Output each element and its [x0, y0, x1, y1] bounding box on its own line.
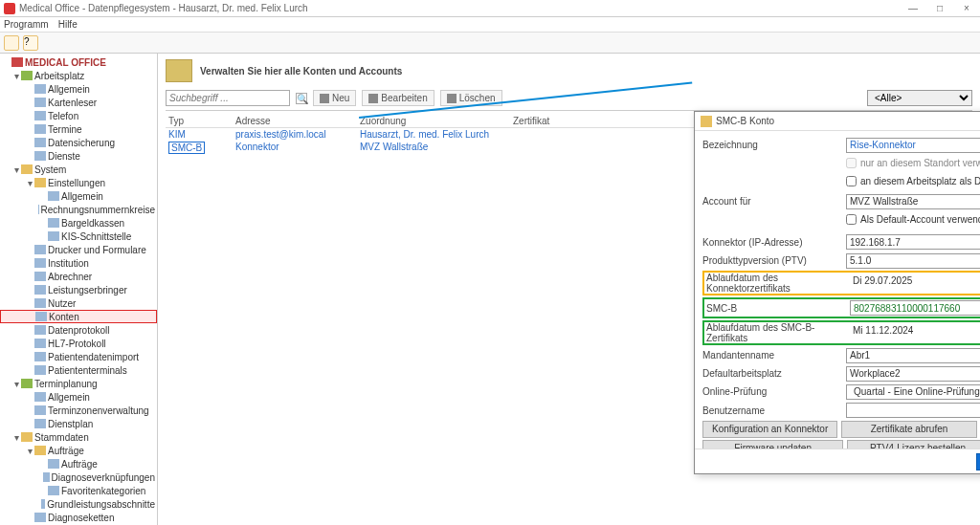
- label-smcb: SMC-B: [706, 303, 850, 314]
- menu-hilfe[interactable]: Hilfe: [58, 19, 78, 30]
- tree-item[interactable]: Drucker und Formulare: [0, 243, 157, 256]
- tree-item[interactable]: Dienste: [0, 149, 157, 163]
- toolbar-btn-1[interactable]: [4, 35, 19, 51]
- app-icon: [4, 3, 15, 14]
- tree-item[interactable]: Rechnungsnummernkreise: [0, 203, 157, 216]
- col-adresse[interactable]: Adresse: [233, 115, 357, 127]
- value-cert-smcb: Mi 11.12.2024: [850, 325, 980, 340]
- col-zuordnung[interactable]: Zuordnung: [357, 115, 510, 127]
- window-buttons: — □ ×: [903, 3, 976, 13]
- tree-item[interactable]: KIS-Schnittstelle: [0, 230, 157, 243]
- help-icon[interactable]: ?: [23, 35, 38, 51]
- maximize-button[interactable]: □: [930, 3, 949, 13]
- label-defap: Defaultarbeitsplatz: [702, 368, 846, 379]
- col-zertifikat[interactable]: Zertifikat: [510, 115, 568, 127]
- tree-item[interactable]: Diagnoseverknüpfungen: [0, 470, 157, 484]
- input-ptv[interactable]: [846, 253, 980, 269]
- input-account[interactable]: [846, 194, 980, 209]
- tree-arbeitsplatz[interactable]: Arbeitsplatz: [34, 71, 84, 81]
- tree-item[interactable]: Allgemein: [0, 189, 157, 203]
- ok-button[interactable]: OK: [976, 453, 980, 470]
- tree-item[interactable]: Institution: [0, 256, 157, 270]
- label-online: Online-Prüfung: [702, 386, 846, 397]
- search-input[interactable]: [166, 90, 290, 106]
- label-ptv: Produkttypversion (PTV): [702, 255, 846, 266]
- checkbox-default-account[interactable]: Als Default-Account verwenden: [846, 214, 980, 225]
- tree-item[interactable]: Datensicherung: [0, 136, 157, 149]
- tree-item[interactable]: Allgemein: [0, 390, 157, 404]
- tree-einstellungen[interactable]: Einstellungen: [48, 178, 105, 188]
- tree-item[interactable]: Termine: [0, 122, 157, 136]
- label-konnektor: Konnektor (IP-Adresse): [702, 237, 846, 248]
- dialog-icon: [701, 116, 712, 127]
- firmware-update-button[interactable]: Firmware updaten: [702, 440, 843, 448]
- label-account: Account für: [702, 196, 846, 207]
- tree-auftraege[interactable]: Aufträge: [48, 446, 84, 456]
- dialog-title: SMC-B Konto: [716, 116, 980, 126]
- filter-combo[interactable]: <Alle>: [867, 90, 972, 106]
- tree-item[interactable]: Grundleistungsabschnitte: [0, 497, 157, 511]
- ptv-lizenz-button[interactable]: PTV4-Lizenz bestellen: [847, 440, 980, 448]
- tree-item[interactable]: Dienstplan: [0, 417, 157, 430]
- page-title: Verwalten Sie hier alle Konten und Accou…: [200, 66, 402, 77]
- input-smcb[interactable]: [850, 300, 980, 316]
- cross-icon: [447, 94, 457, 103]
- menu-programm[interactable]: Programm: [4, 19, 49, 30]
- content-pane: Verwalten Sie hier alle Konten und Accou…: [158, 54, 980, 525]
- window-title: Medical Office - Datenpflegesystem - Hau…: [19, 3, 903, 13]
- tree-stammdaten[interactable]: Stammdaten: [34, 432, 89, 443]
- tree-system[interactable]: System: [34, 164, 66, 175]
- tree-item[interactable]: Allgemein: [0, 82, 157, 96]
- tree-item[interactable]: Patientendatenimport: [0, 350, 157, 363]
- tree-konten[interactable]: Konten: [0, 310, 157, 323]
- tree-item[interactable]: Abrechner: [0, 270, 157, 283]
- tree-item[interactable]: Terminzonenverwaltung: [0, 404, 157, 417]
- tree-item[interactable]: HL7-Protokoll: [0, 337, 157, 350]
- tree-item[interactable]: Leistungserbringer: [0, 283, 157, 296]
- checkbox-standort[interactable]: nur an diesem Standort verwenden: [846, 158, 980, 168]
- label-bezeichnung: Bezeichnung: [702, 140, 846, 150]
- input-bezeichnung[interactable]: [846, 138, 980, 153]
- konfig-konnektor-button[interactable]: Konfiguration an Konnektor übergeben: [702, 421, 837, 438]
- pencil-icon: [368, 94, 378, 103]
- label-cert-konnektor: Ablaufdatum des Konnektorzertifikats: [706, 273, 850, 294]
- label-benutzer: Benutzername: [702, 405, 846, 416]
- label-cert-smcb: Ablaufdatum des SMC-B-Zertifikats: [706, 322, 850, 343]
- new-button[interactable]: Neu: [313, 90, 356, 106]
- zert-abrufen-button[interactable]: Zertifikate abrufen: [841, 421, 976, 438]
- menu-bar: Programm Hilfe: [0, 17, 980, 33]
- tree-item[interactable]: Datenprotokoll: [0, 323, 157, 337]
- tree-item[interactable]: Favoritenkategorien: [0, 484, 157, 497]
- main-toolbar: ?: [0, 33, 980, 54]
- tree-item[interactable]: Kartenleser: [0, 96, 157, 109]
- search-icon[interactable]: 🔍: [296, 93, 307, 104]
- edit-button[interactable]: Bearbeiten: [362, 90, 434, 106]
- input-benutzer[interactable]: [846, 403, 980, 418]
- minimize-button[interactable]: —: [903, 3, 923, 13]
- plus-icon: [320, 94, 329, 103]
- select-online[interactable]: Quartal - Eine Online-Prüfung wird nur b…: [846, 384, 980, 400]
- tree-item[interactable]: Nutzer: [0, 296, 157, 310]
- close-button[interactable]: ×: [957, 3, 976, 13]
- tree-terminplanung[interactable]: Terminplanung: [34, 379, 98, 389]
- input-konnektor-ip[interactable]: [846, 234, 980, 250]
- smcb-dialog: SMC-B Konto — □ × Bezeichnung nur an die…: [694, 111, 980, 474]
- input-defap[interactable]: [846, 366, 980, 382]
- tree-item[interactable]: Diagnoseketten: [0, 511, 157, 524]
- tree-item[interactable]: Patiententerminals: [0, 363, 157, 377]
- input-mandant[interactable]: [846, 348, 980, 363]
- label-mandant: Mandantenname: [702, 350, 846, 361]
- col-typ[interactable]: Typ: [166, 115, 233, 127]
- navigation-tree[interactable]: MEDICAL OFFICE ▾Arbeitsplatz AllgemeinKa…: [0, 54, 158, 525]
- tree-item[interactable]: Telefon: [0, 109, 157, 122]
- checkbox-default-ap[interactable]: an diesem Arbeitsplatz als Default verwe…: [846, 176, 980, 186]
- tree-item[interactable]: Aufträge: [0, 457, 157, 470]
- tree-item[interactable]: Bargeldkassen: [0, 216, 157, 230]
- accounts-icon: [166, 59, 192, 82]
- window-titlebar: Medical Office - Datenpflegesystem - Hau…: [0, 0, 980, 17]
- value-cert-konnektor: Di 29.07.2025: [850, 275, 980, 291]
- tree-root[interactable]: MEDICAL OFFICE: [25, 57, 106, 68]
